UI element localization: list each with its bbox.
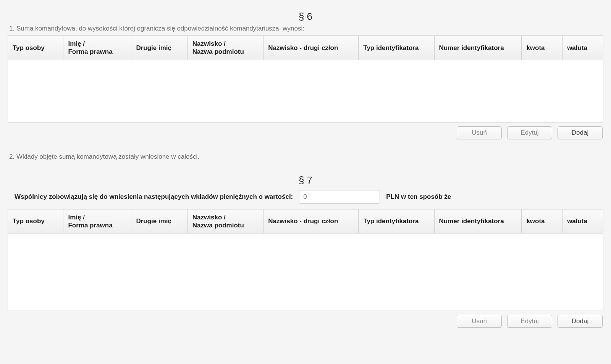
section-7-table-body — [8, 234, 603, 311]
usun-button[interactable]: Usuń — [457, 315, 502, 328]
col-drugie-imie: Drugie imię — [131, 209, 188, 234]
wklad-amount-input[interactable] — [299, 190, 380, 204]
section-6-table-body — [8, 60, 603, 122]
intro-label: Wspólnicy zobowiązują się do wniesienia … — [15, 193, 293, 201]
col-imie-forma: Imię / Forma prawna — [63, 36, 131, 60]
col-nazwisko-nazwa: Nazwisko / Nazwa podmiotu — [188, 209, 263, 234]
col-numer-id: Numer identyfikatora — [434, 36, 522, 60]
section-6-item1: 1. Suma komandytowa, do wysokości której… — [9, 25, 603, 32]
section-7-title: § 7 — [8, 174, 603, 186]
section-6-item2: 2. Wkłady objęte sumą komandytową został… — [9, 153, 603, 161]
col-kwota: kwota — [522, 36, 563, 60]
item2-number: 2. — [9, 153, 15, 160]
dodaj-button[interactable]: Dodaj — [558, 126, 603, 139]
item1-number: 1. — [9, 25, 15, 32]
section-6-table: Typ osoby Imię / Forma prawna Drugie imi… — [8, 35, 603, 122]
col-numer-id: Numer identyfikatora — [434, 209, 522, 234]
col-kwota: kwota — [522, 209, 563, 234]
edytuj-button[interactable]: Edytuj — [507, 315, 552, 328]
edytuj-button[interactable]: Edytuj — [507, 126, 552, 139]
col-nazwisko-dc: Nazwisko - drugi człon — [263, 36, 359, 60]
section-6-title: § 6 — [8, 11, 603, 23]
intro-suffix: PLN w ten sposób że — [386, 193, 451, 201]
section-7-buttons: Usuń Edytuj Dodaj — [8, 315, 603, 328]
col-nazwisko-nazwa: Nazwisko / Nazwa podmiotu — [188, 36, 263, 60]
col-typ-id: Typ identyfikatora — [359, 209, 434, 234]
section-6-buttons: Usuń Edytuj Dodaj — [8, 126, 603, 139]
item2-text: Wkłady objęte sumą komandytową zostały w… — [16, 153, 199, 160]
col-drugie-imie: Drugie imię — [131, 36, 188, 60]
section-7-intro: Wspólnicy zobowiązują się do wniesienia … — [15, 190, 603, 204]
section-7-table: Typ osoby Imię / Forma prawna Drugie imi… — [8, 209, 603, 311]
col-waluta: waluta — [563, 209, 603, 234]
dodaj-button[interactable]: Dodaj — [558, 315, 603, 328]
usun-button[interactable]: Usuń — [457, 126, 502, 139]
col-nazwisko-dc: Nazwisko - drugi człon — [263, 209, 359, 234]
col-imie-forma: Imię / Forma prawna — [63, 209, 131, 234]
col-waluta: waluta — [563, 36, 603, 60]
item1-text: Suma komandytowa, do wysokości której og… — [16, 25, 304, 32]
col-typ-osoby: Typ osoby — [8, 36, 63, 60]
col-typ-id: Typ identyfikatora — [359, 36, 434, 60]
col-typ-osoby: Typ osoby — [8, 209, 63, 234]
